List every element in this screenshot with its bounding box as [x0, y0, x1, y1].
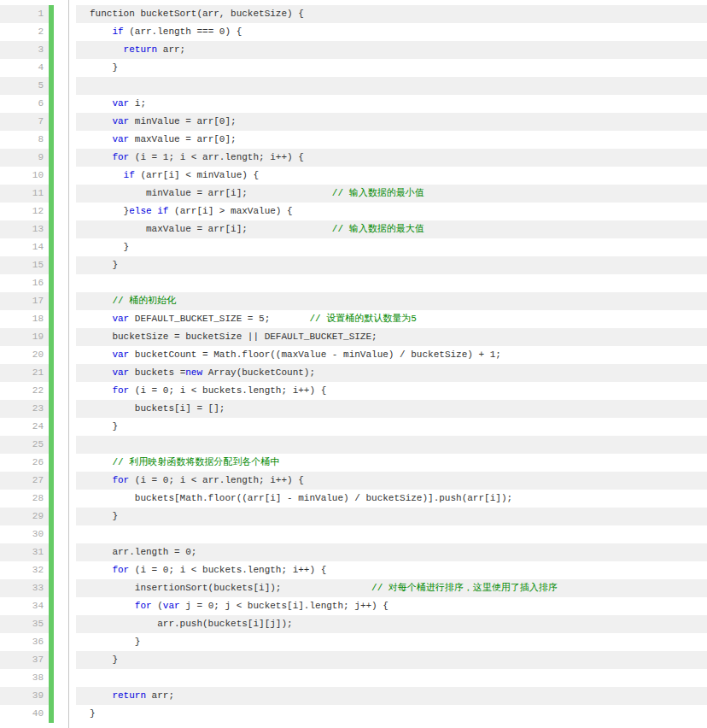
code-text: var minValue = arr[0]; [76, 113, 707, 131]
token-keyword: var [112, 116, 129, 126]
gutter-spacer [54, 77, 76, 95]
line-number: 4 [0, 59, 49, 77]
token-code [90, 296, 112, 306]
token-code [90, 475, 112, 485]
gutter-spacer [54, 364, 76, 382]
token-code [90, 690, 112, 701]
token-code: (i = 0; i < buckets.length; i++) { [129, 385, 326, 396]
line-number: 2 [0, 23, 49, 41]
line-number: 8 [0, 131, 49, 149]
line-number: 24 [0, 418, 49, 436]
code-text [76, 525, 707, 543]
token-code: } [90, 421, 118, 432]
line-number: 11 [0, 185, 49, 203]
code-text: arr.push(buckets[i][j]); [76, 615, 707, 633]
token-keyword: new [185, 367, 202, 378]
gutter-spacer [54, 328, 76, 346]
gutter-spacer [54, 220, 76, 238]
token-code: bucketSize = bucketSize || DEFAULT_BUCKE… [90, 332, 377, 342]
token-code: maxValue = arr[i]; [90, 224, 332, 234]
token-comment: // 利用映射函数将数据分配到各个桶中 [112, 457, 279, 467]
token-code [90, 349, 112, 360]
code-line: 37 } [0, 651, 707, 669]
code-lines: 1function bucketSort(arr, bucketSize) {2… [0, 5, 707, 723]
token-keyword: return [112, 690, 146, 701]
line-number: 9 [0, 149, 49, 167]
code-line: 32 for (i = 0; i < buckets.length; i++) … [0, 561, 707, 579]
code-text: for (i = 1; i < arr.length; i++) { [76, 149, 707, 167]
gutter-spacer [54, 185, 76, 203]
line-number: 25 [0, 436, 49, 454]
line-number: 17 [0, 292, 49, 310]
token-keyword: return [124, 44, 158, 55]
token-code: (i = 1; i < arr.length; i++) { [129, 152, 304, 162]
code-line: 39 return arr; [0, 687, 707, 705]
code-text: var buckets =new Array(bucketCount); [76, 364, 707, 382]
token-code: ( [152, 601, 163, 611]
token-code [90, 152, 112, 162]
gutter-spacer [54, 472, 76, 490]
line-number: 29 [0, 508, 49, 525]
code-text: bucketSize = bucketSize || DEFAULT_BUCKE… [76, 328, 707, 346]
code-text: } [76, 508, 707, 525]
line-number: 3 [0, 41, 49, 59]
token-comment: // 桶的初始化 [112, 296, 176, 306]
token-code: (arr[i] < minValue) { [135, 170, 259, 180]
line-number: 28 [0, 490, 49, 508]
gutter-spacer [54, 238, 76, 256]
code-text: for (var j = 0; j < buckets[i].length; j… [76, 597, 707, 615]
line-number: 30 [0, 525, 49, 543]
token-comment: // 对每个桶进行排序，这里使用了插入排序 [371, 583, 558, 593]
code-line: 38 [0, 669, 707, 687]
code-line: 21 var buckets =new Array(bucketCount); [0, 364, 707, 382]
code-line: 36 } [0, 633, 707, 651]
token-keyword: var [112, 349, 129, 360]
token-code [90, 457, 112, 467]
gutter-spacer [54, 346, 76, 364]
code-text: for (i = 0; i < buckets.length; i++) { [76, 382, 707, 400]
code-line: 22 for (i = 0; i < buckets.length; i++) … [0, 382, 707, 400]
code-text: } [76, 256, 707, 274]
code-line: 28 buckets[Math.floor((arr[i] - minValue… [0, 490, 707, 508]
token-code: Array(bucketCount); [202, 367, 315, 378]
code-text: buckets[Math.floor((arr[i] - minValue) /… [76, 490, 707, 508]
code-text: for (i = 0; i < arr.length; i++) { [76, 472, 707, 490]
code-line: 27 for (i = 0; i < arr.length; i++) { [0, 472, 707, 490]
gutter-spacer [54, 525, 76, 543]
token-code: bucketCount = Math.floor((maxValue - min… [129, 349, 501, 360]
token-comment: // 输入数据的最大值 [332, 224, 424, 234]
line-number: 38 [0, 669, 49, 687]
code-text [76, 77, 707, 95]
token-code [90, 565, 112, 575]
token-comment: // 设置桶的默认数量为5 [309, 314, 416, 324]
code-text: } [76, 238, 707, 256]
token-code: function bucketSort(arr, bucketSize) { [90, 9, 304, 19]
token-keyword: if [124, 170, 135, 180]
code-text: insertionSort(buckets[i]); // 对每个桶进行排序，这… [76, 579, 707, 597]
gutter-spacer [54, 5, 76, 23]
code-text [76, 669, 707, 687]
code-line: 8 var maxValue = arr[0]; [0, 131, 707, 149]
line-number: 13 [0, 220, 49, 238]
token-keyword: if [157, 206, 168, 216]
gutter-spacer [54, 490, 76, 508]
gutter-spacer [54, 454, 76, 472]
gutter-spacer [54, 274, 76, 292]
code-line: 25 [0, 436, 707, 454]
token-code: (i = 0; i < buckets.length; i++) { [129, 565, 326, 575]
code-text: }else if (arr[i] > maxValue) { [76, 203, 707, 220]
token-code [90, 134, 112, 144]
token-keyword: for [112, 385, 129, 396]
code-text: var bucketCount = Math.floor((maxValue -… [76, 346, 707, 364]
token-code: } [90, 242, 129, 252]
token-keyword: var [112, 314, 129, 324]
line-number: 31 [0, 543, 49, 561]
code-line: 35 arr.push(buckets[i][j]); [0, 615, 707, 633]
gutter-spacer [54, 23, 76, 41]
line-number: 14 [0, 238, 49, 256]
line-number: 40 [0, 705, 49, 723]
token-code: arr; [146, 690, 174, 701]
gutter-spacer [54, 256, 76, 274]
token-code: minValue = arr[0]; [129, 116, 236, 126]
code-line: 17 // 桶的初始化 [0, 292, 707, 310]
